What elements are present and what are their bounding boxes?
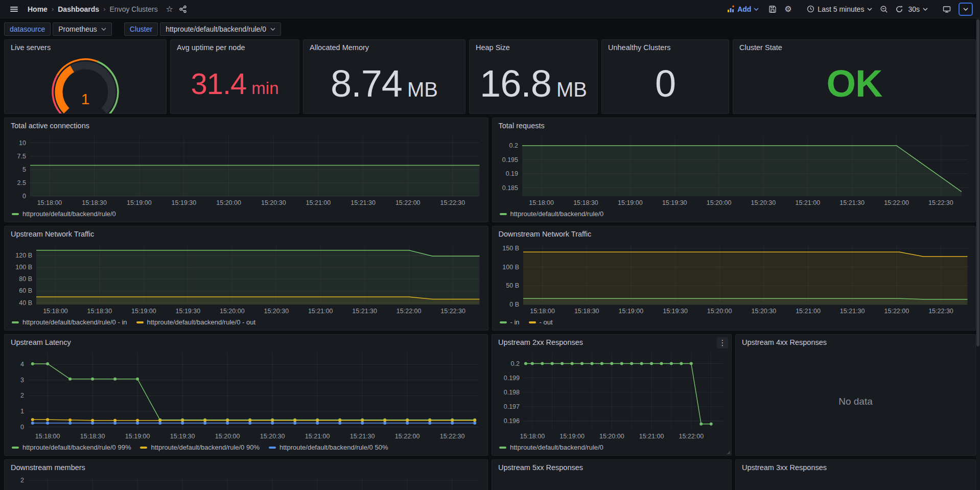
- legend: httproute/default/backend/rule/0: [492, 442, 731, 455]
- datasource-variable-select[interactable]: Prometheus: [53, 22, 111, 36]
- row-bottom: Downstream members 2 Upstream 5xx Respon…: [4, 459, 976, 490]
- legend-item[interactable]: httproute/default/backend/rule/0: [12, 210, 116, 218]
- refresh-icon[interactable]: [893, 3, 906, 16]
- time-range-picker[interactable]: Last 5 minutes: [804, 3, 875, 16]
- svg-text:15:20:30: 15:20:30: [751, 199, 776, 206]
- page-scrollbar[interactable]: [976, 18, 980, 490]
- panel-unhealthy-clusters: Unhealthy Clusters 0: [601, 39, 729, 114]
- svg-text:120 B: 120 B: [15, 252, 32, 259]
- panel-title[interactable]: Live servers: [5, 40, 166, 53]
- refresh-interval-label: 30s: [908, 5, 920, 13]
- panel-title[interactable]: Allocated Memory: [304, 40, 465, 53]
- svg-text:15:19:30: 15:19:30: [663, 308, 688, 315]
- svg-text:0: 0: [22, 193, 26, 200]
- legend-item[interactable]: httproute/default/backend/rule/0 99%: [12, 444, 131, 451]
- svg-text:0.19: 0.19: [505, 170, 518, 177]
- panel-avg-uptime: Avg uptime per node 31.4 min: [170, 39, 299, 114]
- live-servers-gauge: 1: [5, 53, 166, 113]
- panel-title[interactable]: Upstream 4xx Responses: [736, 335, 975, 348]
- legend-item[interactable]: - out: [529, 318, 553, 326]
- star-icon[interactable]: ☆: [163, 3, 176, 16]
- breadcrumb-separator: ›: [103, 5, 105, 13]
- svg-text:15:19:00: 15:19:00: [127, 199, 152, 206]
- upstream-latency-chart[interactable]: 15:18:0015:18:3015:19:0015:19:3015:20:00…: [8, 348, 484, 442]
- panel-title[interactable]: Upstream 5xx Responses: [492, 460, 731, 473]
- no-data-message: No data: [736, 348, 975, 455]
- panel-upstream-latency: Upstream Latency 15:18:0015:18:3015:19:0…: [4, 334, 488, 456]
- upstream-2xx-responses-chart[interactable]: 15:18:0015:19:0015:20:0015:21:0015:22:00…: [495, 348, 728, 442]
- downstream-network-traffic-chart[interactable]: 15:18:0015:18:3015:19:0015:19:3015:20:00…: [496, 240, 973, 317]
- legend-item[interactable]: httproute/default/backend/rule/0: [499, 444, 603, 451]
- gear-icon[interactable]: ⚙: [781, 3, 795, 16]
- svg-text:0.2: 0.2: [509, 142, 518, 149]
- svg-text:0.195: 0.195: [502, 156, 518, 164]
- add-button[interactable]: Add: [727, 5, 759, 13]
- legend: httproute/default/backend/rule/0 99% htt…: [5, 442, 487, 455]
- breadcrumb-home[interactable]: Home: [28, 5, 48, 13]
- breadcrumb-dashboards[interactable]: Dashboards: [58, 5, 99, 13]
- svg-text:15:22:00: 15:22:00: [395, 433, 420, 440]
- stat-value: 0: [655, 62, 675, 105]
- legend-item[interactable]: httproute/default/backend/rule/0 - in: [12, 318, 127, 326]
- legend-item[interactable]: httproute/default/backend/rule/0 50%: [269, 444, 388, 451]
- panel-title[interactable]: Total requests: [493, 118, 976, 131]
- svg-text:15:19:30: 15:19:30: [662, 199, 687, 206]
- svg-text:15:22:00: 15:22:00: [396, 308, 422, 315]
- collapse-navbar-button[interactable]: [959, 3, 973, 16]
- panel-title[interactable]: Upstream Network Traffic: [5, 226, 488, 240]
- panel-title[interactable]: Heap Size: [470, 40, 597, 53]
- scrollbar-thumb[interactable]: [976, 19, 979, 346]
- svg-text:15:22:30: 15:22:30: [440, 199, 465, 206]
- svg-text:15:19:30: 15:19:30: [172, 199, 197, 206]
- panel-title[interactable]: Unhealthy Clusters: [602, 40, 729, 53]
- svg-text:15:18:00: 15:18:00: [35, 433, 60, 440]
- save-icon[interactable]: [766, 3, 779, 16]
- svg-text:15:19:00: 15:19:00: [618, 199, 643, 206]
- svg-text:15:18:30: 15:18:30: [574, 308, 599, 315]
- legend-item[interactable]: httproute/default/backend/rule/0: [500, 210, 604, 218]
- panel-title[interactable]: Downstream members: [5, 460, 487, 473]
- total-requests-chart[interactable]: 15:18:0015:18:3015:19:0015:19:3015:20:00…: [496, 131, 973, 208]
- total-active-connections-chart[interactable]: 15:18:0015:18:3015:19:0015:19:3015:20:00…: [8, 131, 485, 208]
- refresh-interval-picker[interactable]: 30s: [908, 3, 931, 16]
- svg-text:3: 3: [20, 377, 24, 384]
- stat-value: OK: [827, 62, 882, 105]
- cluster-variable-select[interactable]: httproute/default/backend/rule/0: [160, 22, 281, 36]
- downstream-members-chart[interactable]: 2: [8, 473, 484, 490]
- panel-menu-icon[interactable]: ⋮: [717, 337, 728, 348]
- legend-item[interactable]: httproute/default/backend/rule/0 - out: [136, 318, 255, 326]
- svg-text:15:22:30: 15:22:30: [928, 199, 953, 206]
- svg-text:15:18:30: 15:18:30: [80, 433, 105, 440]
- svg-text:15:22:00: 15:22:00: [679, 433, 704, 440]
- svg-text:15:20:00: 15:20:00: [707, 308, 732, 315]
- share-icon[interactable]: [176, 3, 190, 16]
- chevron-down-icon: [923, 8, 928, 11]
- svg-text:15:19:00: 15:19:00: [618, 308, 643, 315]
- svg-text:0.2: 0.2: [511, 360, 520, 367]
- legend-series-label: httproute/default/backend/rule/0: [510, 444, 603, 451]
- panel-upstream-5xx-responses: Upstream 5xx Responses: [492, 459, 732, 490]
- panel-title[interactable]: Upstream 2xx Responses: [492, 335, 731, 348]
- tv-mode-icon[interactable]: [940, 3, 953, 16]
- svg-text:60 B: 60 B: [19, 287, 32, 294]
- stat-unit: MB: [407, 78, 438, 101]
- panel-resize-handle[interactable]: [727, 451, 730, 454]
- stat-value: 8.74: [331, 62, 402, 105]
- legend-item[interactable]: - in: [500, 318, 520, 326]
- svg-text:4: 4: [20, 361, 24, 368]
- panel-title[interactable]: Cluster State: [733, 40, 975, 53]
- datasource-variable-value: Prometheus: [58, 25, 97, 33]
- svg-text:1: 1: [81, 90, 90, 107]
- panel-title[interactable]: Upstream 3xx Responses: [736, 460, 975, 473]
- panel-title[interactable]: Avg uptime per node: [171, 40, 299, 53]
- panel-title[interactable]: Upstream Latency: [5, 335, 487, 348]
- upstream-network-traffic-chart[interactable]: 15:18:0015:18:3015:19:0015:19:3015:20:00…: [8, 240, 485, 317]
- legend-item[interactable]: httproute/default/backend/rule/0 90%: [140, 444, 259, 451]
- zoom-out-icon[interactable]: [877, 3, 891, 16]
- svg-text:15:22:30: 15:22:30: [440, 308, 465, 315]
- panel-title[interactable]: Downstream Network Traffic: [493, 226, 976, 240]
- menu-icon[interactable]: [7, 3, 20, 16]
- panel-title[interactable]: Total active connections: [5, 118, 488, 131]
- row-network-traffic: Upstream Network Traffic 15:18:0015:18:3…: [4, 226, 976, 331]
- navbar: Home › Dashboards › Envoy Clusters ☆ Add: [0, 0, 980, 18]
